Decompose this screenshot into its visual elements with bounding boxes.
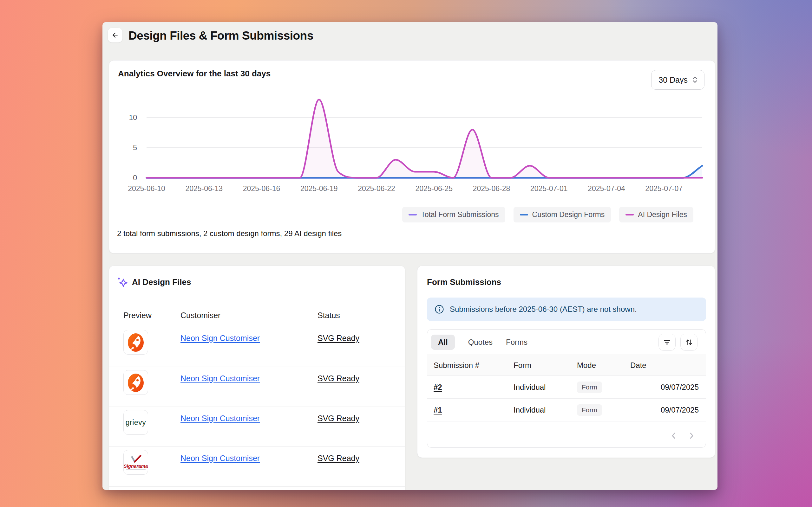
form-submissions-card: Form Submissions Submissions before 2025…	[417, 266, 715, 458]
x-axis-tick-label: 2025-07-07	[645, 184, 682, 193]
rocket-logo-icon	[125, 332, 146, 352]
ai-design-files-card: AI Design Files Preview Customiser Statu…	[109, 266, 405, 490]
tab-forms[interactable]: Forms	[506, 335, 527, 350]
previous-page-button[interactable]	[667, 429, 680, 442]
table-row: Neon Sign Customiser SVG Ready	[109, 327, 405, 367]
sort-arrows-icon	[684, 337, 694, 347]
sort-button[interactable]	[680, 334, 698, 351]
date-range-select[interactable]: 30 Days	[651, 70, 705, 90]
preview-thumbnail[interactable]	[123, 330, 148, 354]
info-icon	[435, 304, 444, 314]
date-cell: 09/07/2025	[630, 406, 699, 414]
arrow-left-icon	[110, 31, 120, 40]
mode-badge: Form	[577, 404, 602, 416]
pagination	[427, 421, 706, 448]
analytics-summary: 2 total form submissions, 2 custom desig…	[117, 229, 342, 238]
table-row-partial	[109, 487, 405, 490]
customiser-link[interactable]: Neon Sign Customiser	[181, 334, 260, 343]
form-cell: Individual	[513, 406, 577, 414]
column-header-preview: Preview	[123, 311, 181, 320]
column-header-submission: Submission #	[434, 361, 513, 370]
legend-dash-icon	[520, 214, 528, 216]
table-row: #2 Individual Form 09/07/2025	[427, 376, 706, 399]
analytics-chart: 05102025-06-102025-06-132025-06-162025-0…	[109, 60, 716, 254]
table-row: #1 Individual Form 09/07/2025	[427, 399, 706, 421]
legend-item-custom-design-forms: Custom Design Forms	[513, 207, 611, 222]
legend-dash-icon	[409, 214, 417, 216]
x-axis-tick-label: 2025-06-25	[415, 184, 453, 193]
sparkles-icon	[117, 277, 128, 287]
signarama-tagline	[126, 469, 146, 470]
column-header-mode: Mode	[577, 361, 630, 370]
analytics-title: Analytics Overview for the last 30 days	[118, 69, 270, 78]
x-axis-tick-label: 2025-06-16	[243, 184, 281, 193]
x-axis-tick-label: 2025-06-22	[358, 184, 395, 193]
y-axis-tick-label: 5	[133, 144, 137, 152]
signarama-logo: Signarama	[124, 463, 148, 469]
x-axis-tick-label: 2025-06-10	[128, 184, 165, 193]
legend-item-ai-design-files: AI Design Files	[619, 207, 693, 222]
submissions-table: All Quotes Forms	[427, 329, 706, 448]
status-link[interactable]: SVG Ready	[317, 454, 359, 463]
form-cell: Individual	[513, 383, 577, 392]
legend-label: Total Form Submissions	[421, 210, 499, 219]
table-row: Signarama Neon Sign Customiser SVG Ready	[109, 447, 405, 487]
chart-line-ai-design-files	[147, 100, 702, 178]
mode-badge: Form	[577, 382, 602, 393]
customiser-link[interactable]: Neon Sign Customiser	[181, 454, 260, 463]
chevron-right-icon	[687, 432, 696, 440]
legend-label: AI Design Files	[638, 210, 687, 219]
customiser-link[interactable]: Neon Sign Customiser	[181, 374, 260, 383]
table-row: Neon Sign Customiser SVG Ready	[109, 367, 405, 406]
tab-all[interactable]: All	[431, 335, 455, 350]
x-axis-tick-label: 2025-06-19	[300, 184, 338, 193]
legend-dash-icon	[625, 214, 634, 216]
status-link[interactable]: SVG Ready	[317, 334, 359, 343]
app-window: Design Files & Form Submissions Analytic…	[102, 22, 717, 490]
x-axis-tick-label: 2025-06-28	[473, 184, 510, 193]
grievy-logo: grievy	[125, 418, 146, 427]
column-header-status: Status	[317, 311, 405, 320]
submission-link[interactable]: #1	[434, 406, 442, 414]
status-link[interactable]: SVG Ready	[317, 374, 359, 383]
preview-thumbnail[interactable]	[123, 370, 148, 395]
page-title: Design Files & Form Submissions	[129, 29, 313, 43]
x-axis-tick-label: 2025-07-04	[588, 184, 625, 193]
preview-thumbnail[interactable]: Signarama	[123, 450, 148, 475]
x-axis-tick-label: 2025-07-01	[530, 184, 568, 193]
tabs-row: All Quotes Forms	[427, 330, 706, 355]
notice-text: Submissions before 2025-06-30 (AEST) are…	[450, 305, 637, 314]
chart-area-ai-design-files	[147, 100, 702, 178]
tab-quotes[interactable]: Quotes	[468, 335, 493, 350]
customiser-link[interactable]: Neon Sign Customiser	[181, 414, 260, 423]
submissions-notice-banner: Submissions before 2025-06-30 (AEST) are…	[427, 297, 706, 321]
y-axis-tick-label: 0	[133, 174, 137, 182]
next-page-button[interactable]	[685, 429, 698, 442]
chart-legend: Total Form Submissions Custom Design For…	[402, 207, 693, 222]
select-chevrons-icon	[692, 76, 699, 84]
column-header-customiser: Customiser	[181, 311, 317, 320]
submissions-table-header: Submission # Form Mode Date	[427, 355, 706, 376]
range-select-value: 30 Days	[658, 75, 688, 84]
legend-item-total-form-submissions: Total Form Submissions	[402, 207, 505, 222]
preview-thumbnail[interactable]: grievy	[123, 410, 148, 435]
column-header-date: Date	[630, 361, 699, 370]
analytics-card: Analytics Overview for the last 30 days …	[109, 60, 715, 253]
filter-icon	[662, 337, 672, 347]
filter-button[interactable]	[658, 334, 676, 351]
legend-label: Custom Design Forms	[532, 210, 605, 219]
table-row: grievy Neon Sign Customiser SVG Ready	[109, 406, 405, 447]
status-link[interactable]: SVG Ready	[317, 414, 359, 423]
date-cell: 09/07/2025	[630, 383, 699, 392]
y-axis-tick-label: 10	[129, 113, 137, 122]
ai-table-header: Preview Customiser Status	[109, 304, 405, 327]
form-submissions-title: Form Submissions	[427, 277, 501, 287]
chevron-left-icon	[670, 432, 678, 440]
ai-card-title: AI Design Files	[132, 277, 191, 287]
column-header-form: Form	[513, 361, 577, 370]
rocket-logo-icon	[125, 372, 146, 393]
submission-link[interactable]: #2	[434, 383, 442, 392]
back-button[interactable]	[108, 28, 122, 43]
signarama-check-icon	[130, 455, 142, 463]
x-axis-tick-label: 2025-06-13	[185, 184, 223, 193]
